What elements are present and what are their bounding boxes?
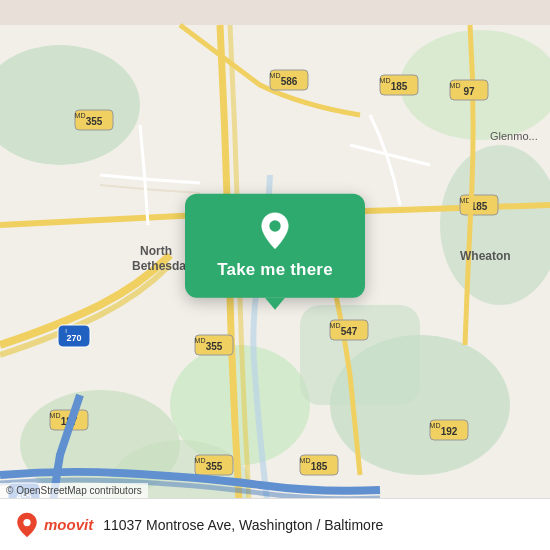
svg-text:Glenmo...: Glenmo... <box>490 130 538 142</box>
svg-text:MD: MD <box>270 72 281 79</box>
attribution-text: © OpenStreetMap contributors <box>6 485 142 496</box>
svg-text:547: 547 <box>341 326 358 337</box>
osm-attribution: © OpenStreetMap contributors <box>0 483 148 498</box>
svg-text:North: North <box>140 244 172 258</box>
svg-text:185: 185 <box>391 81 408 92</box>
svg-text:192: 192 <box>441 426 458 437</box>
svg-text:MD: MD <box>330 322 341 329</box>
svg-text:MD: MD <box>430 422 441 429</box>
svg-text:185: 185 <box>311 461 328 472</box>
svg-text:270: 270 <box>66 333 81 343</box>
svg-text:MD: MD <box>75 112 86 119</box>
moovit-text: moovit <box>44 516 93 533</box>
moovit-icon <box>14 512 40 538</box>
svg-point-52 <box>269 220 280 231</box>
svg-point-53 <box>23 518 30 525</box>
svg-text:586: 586 <box>281 76 298 87</box>
address-text: 11037 Montrose Ave, Washington / Baltimo… <box>103 517 536 533</box>
svg-text:MD: MD <box>195 457 206 464</box>
svg-text:MD: MD <box>380 77 391 84</box>
card-tail <box>265 298 285 310</box>
take-me-there-button[interactable]: Take me there <box>185 194 365 298</box>
svg-text:MD: MD <box>195 337 206 344</box>
svg-text:355: 355 <box>86 116 103 127</box>
svg-text:MD: MD <box>50 412 61 419</box>
map-container: 355 MD 355 MD 185 MD 187 MD 586 MD 97 MD… <box>0 0 550 550</box>
svg-text:MD: MD <box>300 457 311 464</box>
svg-text:355: 355 <box>206 461 223 472</box>
svg-text:97: 97 <box>463 86 475 97</box>
take-me-there-label: Take me there <box>217 260 333 280</box>
bottom-bar: moovit 11037 Montrose Ave, Washington / … <box>0 498 550 550</box>
svg-text:MD: MD <box>450 82 461 89</box>
svg-text:355: 355 <box>206 341 223 352</box>
svg-text:Bethesda: Bethesda <box>132 259 186 273</box>
take-me-there-card: Take me there <box>185 194 365 310</box>
moovit-logo: moovit <box>14 512 93 538</box>
location-pin-icon <box>254 210 296 252</box>
svg-text:Wheaton: Wheaton <box>460 249 511 263</box>
